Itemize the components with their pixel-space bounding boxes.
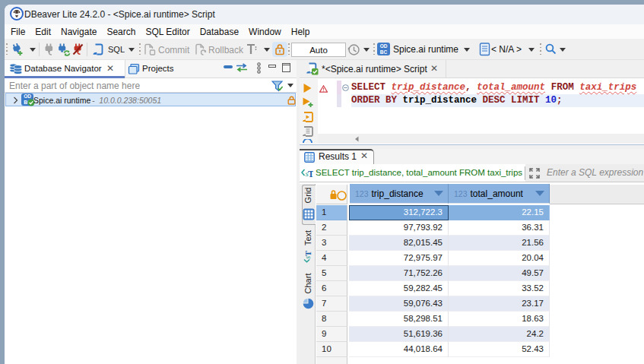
svg-text:T: T <box>308 169 313 179</box>
svg-text:T: T <box>303 251 312 256</box>
